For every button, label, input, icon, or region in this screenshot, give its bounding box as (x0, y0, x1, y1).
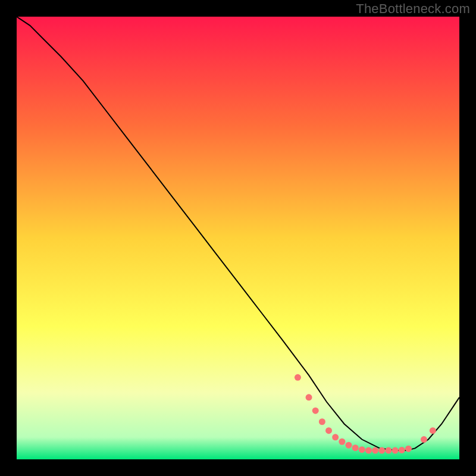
marker-dot (332, 434, 339, 440)
marker-dot (372, 447, 378, 454)
marker-dot (352, 444, 359, 451)
marker-dot (430, 427, 436, 434)
marker-dot (312, 408, 319, 414)
marker-dot (421, 436, 427, 443)
marker-dot (339, 439, 345, 445)
marker-dot (359, 446, 365, 453)
marker-dot (399, 447, 405, 453)
plot-area (17, 17, 459, 459)
marker-dot (365, 447, 372, 454)
marker-dot (346, 442, 352, 449)
marker-dot (325, 427, 332, 434)
marker-dot (306, 394, 312, 400)
watermark-text: TheBottleneck.com (356, 1, 470, 17)
marker-dot (378, 447, 385, 454)
chart-container: TheBottleneck.com (0, 0, 476, 476)
marker-dot (319, 418, 325, 425)
marker-dot (405, 446, 412, 452)
chart-svg (17, 17, 459, 459)
gradient-background (17, 17, 459, 459)
marker-dot (385, 447, 392, 454)
marker-dot (392, 447, 399, 454)
marker-dot (295, 374, 301, 381)
